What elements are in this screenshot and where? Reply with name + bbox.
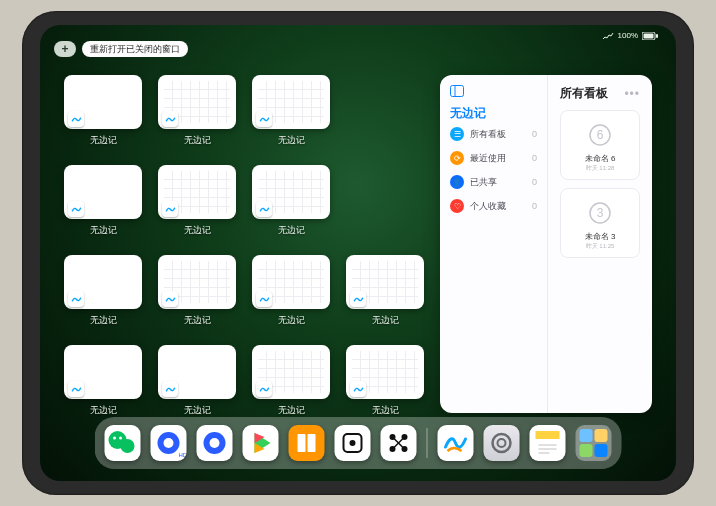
dock-app-notes[interactable]	[530, 425, 566, 461]
window-thumb[interactable]: 无边记	[158, 345, 236, 417]
svg-text:6: 6	[597, 128, 604, 142]
dock-app-dice[interactable]	[335, 425, 371, 461]
freeform-icon	[350, 381, 366, 397]
window-thumb[interactable]: 无边记	[64, 345, 142, 417]
top-bar: + 重新打开已关闭的窗口	[54, 41, 188, 57]
panel-right-title: 所有看板	[560, 85, 608, 102]
sidebar-item-count: 0	[532, 201, 537, 211]
new-window-button[interactable]: +	[54, 41, 76, 57]
thumb-label: 无边记	[372, 404, 399, 417]
sidebar-item-icon: ♡	[450, 199, 464, 213]
svg-rect-21	[298, 434, 306, 452]
dock-app-settings[interactable]	[484, 425, 520, 461]
thumb-label: 无边记	[90, 404, 117, 417]
sidebar-item-icon: ☰	[450, 127, 464, 141]
dock-app-freeform[interactable]	[438, 425, 474, 461]
freeform-icon	[68, 291, 84, 307]
window-thumb[interactable]: 无边记	[64, 75, 142, 147]
sidebar-item-label: 最近使用	[470, 152, 506, 165]
svg-point-17	[210, 438, 220, 448]
freeform-icon	[162, 111, 178, 127]
window-thumb[interactable]: 无边记	[252, 165, 330, 237]
board-name: 未命名 6	[585, 153, 616, 164]
thumb-label: 无边记	[278, 224, 305, 237]
board-card[interactable]: 3未命名 3昨天 11:25	[560, 188, 640, 258]
freeform-icon	[162, 291, 178, 307]
window-thumbnail-grid: 无边记 无边记 无边记 无边记 无边记	[64, 75, 424, 413]
thumb-label: 无边记	[278, 404, 305, 417]
freeform-icon	[256, 381, 272, 397]
window-thumb[interactable]: 无边记	[158, 165, 236, 237]
status-bar: 100%	[602, 31, 658, 40]
window-thumb[interactable]: 无边记	[346, 255, 424, 327]
thumb-label: 无边记	[184, 314, 211, 327]
freeform-icon	[256, 291, 272, 307]
freeform-icon	[350, 291, 366, 307]
board-meta: 昨天 11:25	[586, 242, 615, 251]
window-thumb[interactable]: 无边记	[346, 345, 424, 417]
sidebar-toggle-icon[interactable]	[450, 85, 464, 97]
sidebar-item-count: 0	[532, 177, 537, 187]
more-icon[interactable]: •••	[624, 87, 640, 101]
svg-rect-1	[644, 33, 654, 38]
svg-point-10	[121, 439, 135, 453]
dock-folder[interactable]	[576, 425, 612, 461]
thumb-label: 无边记	[90, 134, 117, 147]
freeform-icon	[68, 111, 84, 127]
svg-point-14	[164, 438, 174, 448]
sidebar-item[interactable]: ⟳最近使用0	[450, 146, 537, 170]
reopen-closed-window-button[interactable]: 重新打开已关闭的窗口	[82, 41, 188, 57]
svg-point-11	[113, 437, 116, 440]
freeform-icon	[256, 201, 272, 217]
panel-title: 无边记	[450, 105, 537, 122]
battery-icon	[642, 32, 658, 40]
thumb-label: 无边记	[278, 134, 305, 147]
dock-app-connect[interactable]	[381, 425, 417, 461]
thumb-label: 无边记	[184, 404, 211, 417]
sidebar-item-label: 所有看板	[470, 128, 506, 141]
sidebar-item[interactable]: ♡个人收藏0	[450, 194, 537, 218]
thumb-label: 无边记	[90, 314, 117, 327]
svg-point-12	[119, 437, 122, 440]
svg-rect-33	[536, 431, 560, 439]
dock-app-quark-hd[interactable]: HD	[151, 425, 187, 461]
svg-point-24	[350, 440, 356, 446]
thumb-label: 无边记	[90, 224, 117, 237]
board-name: 未命名 3	[585, 231, 616, 242]
sidebar-item-label: 已共享	[470, 176, 497, 189]
sidebar-item-label: 个人收藏	[470, 200, 506, 213]
board-meta: 昨天 11:28	[586, 164, 615, 173]
thumb-label: 无边记	[184, 224, 211, 237]
board-card[interactable]: 6未命名 6昨天 11:28	[560, 110, 640, 180]
window-thumb[interactable]: 无边记	[158, 255, 236, 327]
svg-rect-3	[451, 86, 464, 97]
dock-app-quark[interactable]	[197, 425, 233, 461]
window-thumb[interactable]: 无边记	[252, 255, 330, 327]
dock-app-books[interactable]	[289, 425, 325, 461]
svg-text:HD: HD	[179, 452, 187, 458]
window-thumb[interactable]: 无边记	[64, 255, 142, 327]
sidebar-item-icon: 👤	[450, 175, 464, 189]
window-thumb[interactable]: 无边记	[64, 165, 142, 237]
sidebar-item[interactable]: 👤已共享0	[450, 170, 537, 194]
window-thumb[interactable]: 无边记	[158, 75, 236, 147]
board-scribble-icon: 6	[583, 117, 617, 151]
freeform-icon	[256, 111, 272, 127]
svg-text:3: 3	[597, 206, 604, 220]
freeform-icon	[68, 381, 84, 397]
thumb-label: 无边记	[278, 314, 305, 327]
dock-app-play[interactable]	[243, 425, 279, 461]
sidebar-item[interactable]: ☰所有看板0	[450, 122, 537, 146]
thumb-label: 无边记	[184, 134, 211, 147]
dock-app-wechat[interactable]	[105, 425, 141, 461]
battery-text: 100%	[618, 31, 638, 40]
window-thumb[interactable]: 无边记	[252, 345, 330, 417]
sidebar-item-count: 0	[532, 153, 537, 163]
freeform-icon	[162, 201, 178, 217]
freeform-icon	[68, 201, 84, 217]
svg-rect-2	[656, 34, 658, 38]
thumb-label: 无边记	[372, 314, 399, 327]
svg-rect-22	[308, 434, 316, 452]
freeform-panel[interactable]: 无边记 ☰所有看板0⟳最近使用0👤已共享0♡个人收藏0 所有看板 ••• 6未命…	[440, 75, 652, 413]
window-thumb[interactable]: 无边记	[252, 75, 330, 147]
